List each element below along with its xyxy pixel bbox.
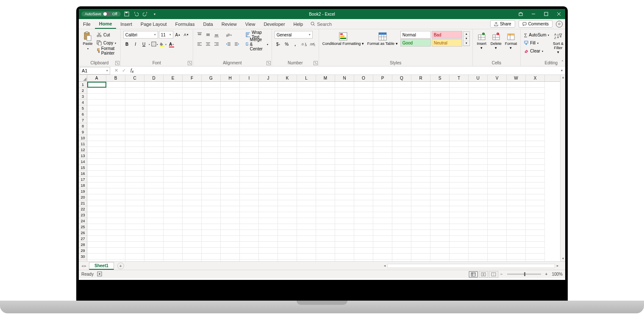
cell[interactable]: [297, 141, 316, 147]
cell[interactable]: [450, 236, 469, 242]
cell[interactable]: [507, 218, 526, 224]
cell[interactable]: [164, 111, 183, 117]
cell[interactable]: [335, 82, 354, 88]
cell[interactable]: [354, 230, 373, 236]
cell[interactable]: [278, 194, 297, 200]
cell[interactable]: [297, 171, 316, 177]
cell[interactable]: [183, 105, 202, 111]
cell[interactable]: [411, 206, 430, 212]
alignment-launcher-icon[interactable]: ⤡: [266, 61, 271, 65]
column-header[interactable]: C: [125, 75, 144, 81]
cell[interactable]: [469, 105, 488, 111]
cell[interactable]: [202, 82, 221, 88]
cell[interactable]: [240, 88, 259, 94]
cell[interactable]: [164, 129, 183, 135]
cell[interactable]: [87, 194, 106, 200]
cell[interactable]: [469, 111, 488, 117]
cell[interactable]: [87, 200, 106, 206]
cell[interactable]: [221, 165, 240, 171]
cell[interactable]: [125, 188, 144, 194]
align-center-icon[interactable]: [204, 40, 212, 48]
cell[interactable]: [488, 111, 507, 117]
cell[interactable]: [526, 230, 545, 236]
cell[interactable]: [183, 177, 202, 182]
cell[interactable]: [202, 147, 221, 153]
cell[interactable]: [392, 94, 411, 100]
cell[interactable]: [488, 254, 507, 260]
enter-formula-icon[interactable]: ✓: [120, 68, 127, 73]
cell[interactable]: [259, 177, 278, 182]
cell[interactable]: [526, 248, 545, 254]
cell[interactable]: [335, 135, 354, 141]
cell[interactable]: [278, 100, 297, 105]
cell[interactable]: [144, 165, 164, 171]
cell[interactable]: [259, 147, 278, 153]
autosave-toggle[interactable]: AutoSave Off: [81, 11, 121, 17]
cell[interactable]: [164, 88, 183, 94]
cell[interactable]: [125, 135, 144, 141]
cell[interactable]: [488, 171, 507, 177]
cell[interactable]: [392, 135, 411, 141]
cell[interactable]: [183, 100, 202, 105]
cell[interactable]: [469, 123, 488, 129]
cell[interactable]: [411, 153, 430, 159]
cell[interactable]: [125, 212, 144, 218]
minimize-icon[interactable]: [527, 9, 540, 19]
cell[interactable]: [392, 88, 411, 94]
cell[interactable]: [507, 165, 526, 171]
cell[interactable]: [240, 165, 259, 171]
horizontal-scrollbar[interactable]: ◂ ▸: [382, 263, 560, 269]
cell[interactable]: [106, 230, 125, 236]
cell[interactable]: [450, 129, 469, 135]
cell[interactable]: [240, 188, 259, 194]
cell[interactable]: [335, 212, 354, 218]
cell[interactable]: [240, 248, 259, 254]
cell[interactable]: [526, 129, 545, 135]
cell[interactable]: [430, 135, 450, 141]
clear-button[interactable]: Clear▾: [523, 47, 550, 55]
cell[interactable]: [316, 111, 335, 117]
cell[interactable]: [87, 218, 106, 224]
cell[interactable]: [240, 135, 259, 141]
cell[interactable]: [164, 242, 183, 248]
cell[interactable]: [373, 188, 392, 194]
undo-icon[interactable]: [133, 11, 139, 17]
cell[interactable]: [297, 177, 316, 182]
cell[interactable]: [335, 165, 354, 171]
cell[interactable]: [507, 159, 526, 165]
cell[interactable]: [469, 177, 488, 182]
cut-button[interactable]: Cut: [96, 31, 118, 39]
cell[interactable]: [221, 123, 240, 129]
row-header[interactable]: 5: [79, 105, 87, 111]
cell[interactable]: [507, 236, 526, 242]
cell[interactable]: [488, 182, 507, 188]
cell[interactable]: [373, 135, 392, 141]
cell[interactable]: [373, 200, 392, 206]
cell[interactable]: [240, 159, 259, 165]
cell[interactable]: [335, 200, 354, 206]
cell[interactable]: [297, 165, 316, 171]
cell[interactable]: [354, 117, 373, 123]
cell[interactable]: [183, 171, 202, 177]
cell[interactable]: [450, 194, 469, 200]
cell[interactable]: [488, 177, 507, 182]
cell[interactable]: [259, 159, 278, 165]
cell[interactable]: [335, 248, 354, 254]
fill-color-icon[interactable]: [159, 40, 167, 48]
cell[interactable]: [297, 88, 316, 94]
cell[interactable]: [87, 123, 106, 129]
cell[interactable]: [469, 147, 488, 153]
cell[interactable]: [488, 88, 507, 94]
cell[interactable]: [488, 123, 507, 129]
cell[interactable]: [297, 206, 316, 212]
cell[interactable]: [87, 141, 106, 147]
cell[interactable]: [183, 165, 202, 171]
scroll-left-icon[interactable]: ◂: [382, 264, 387, 268]
cell[interactable]: [488, 206, 507, 212]
cell[interactable]: [144, 129, 164, 135]
cell[interactable]: [316, 135, 335, 141]
cell[interactable]: [411, 194, 430, 200]
cell[interactable]: [240, 224, 259, 230]
cell[interactable]: [354, 111, 373, 117]
cell[interactable]: [430, 212, 450, 218]
